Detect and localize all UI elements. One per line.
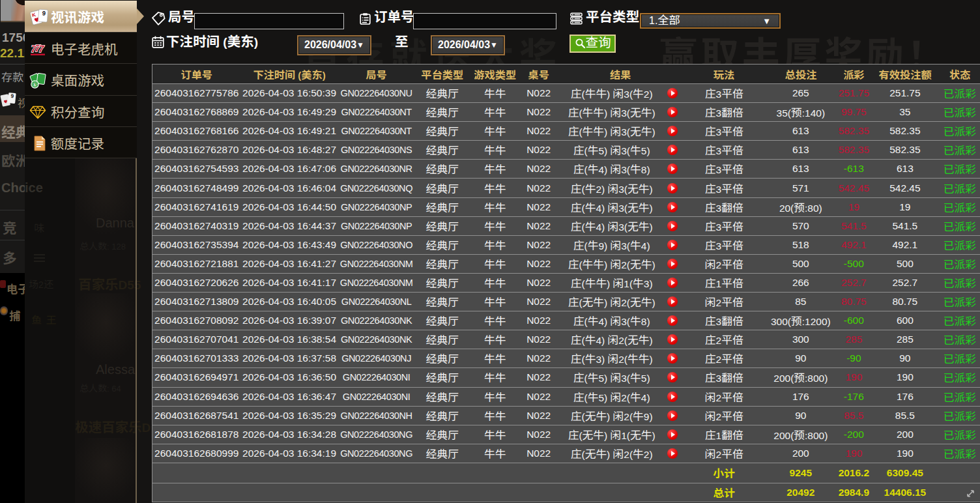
svg-text:9: 9 — [42, 10, 46, 17]
